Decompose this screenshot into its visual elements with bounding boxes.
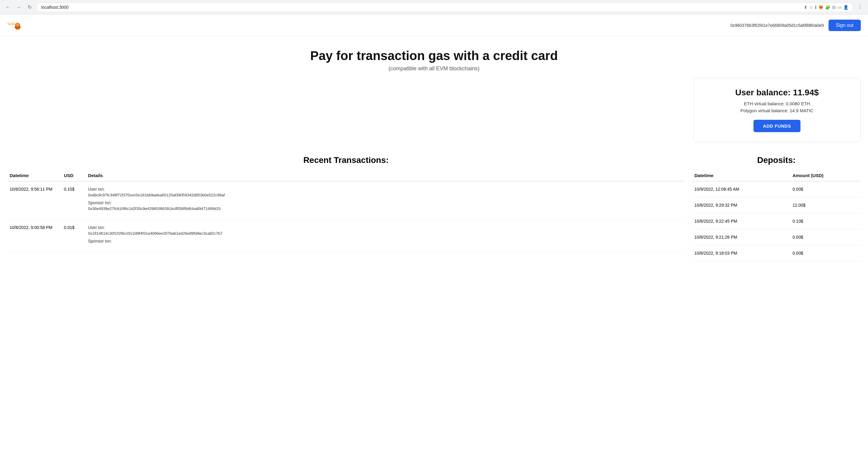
transactions-tbody: 10/8/2022, 9:56:11 PM 0.15$ User txn: 0x… xyxy=(7,181,685,252)
dep-datetime: 10/8/2022, 9:18:03 PM xyxy=(692,245,790,261)
reload-button[interactable]: ↻ xyxy=(25,3,34,11)
app-header: GoGas 0x960376b3f62f41e7e66809a05d1c5afd… xyxy=(0,14,868,36)
eth-balance: ETH virtual balance: 0.0080 ETH xyxy=(703,101,851,106)
deposits-section: Deposits: Datetime Amount (USD) 10/9/202… xyxy=(692,155,861,261)
puzzle-icon: 🧩 xyxy=(825,5,830,10)
hero-title: Pay for transaction gas with a credit ca… xyxy=(7,49,861,63)
avatar-icon: 👤 xyxy=(843,5,848,10)
table-row: 10/9/2022, 12:08:45 AM 0.00$ xyxy=(692,181,861,197)
deposits-table: Datetime Amount (USD) 10/9/2022, 12:08:4… xyxy=(692,170,861,261)
user-txn-hash: 0x1814614c30f1f1f9ccf2c2d9f4f31e4066ee20… xyxy=(88,231,682,236)
transactions-table: Datetime USD Details 10/8/2022, 9:56:11 … xyxy=(7,170,685,252)
table-row: 10/8/2022, 9:56:11 PM 0.15$ User txn: 0x… xyxy=(7,181,685,220)
sponsor-txn-hash: 0x36e4939e27fcb10f6c1d2f35c9e4298f1f6639… xyxy=(88,206,682,211)
dep-amount: 12.00$ xyxy=(790,197,861,213)
deposits-table-container: Datetime Amount (USD) 10/9/2022, 12:08:4… xyxy=(692,170,861,261)
transactions-section: Recent Transactions: Datetime USD Detail… xyxy=(7,155,685,261)
dep-datetime: 10/8/2022, 9:21:26 PM xyxy=(692,229,790,245)
sponsor-txn-label: Sponsor txn: xyxy=(88,239,682,243)
dep-amount: 0.00$ xyxy=(790,245,861,261)
balance-title: User balance: 11.94$ xyxy=(703,88,851,97)
txn-usd: 0.01$ xyxy=(61,220,86,252)
bottom-area: Recent Transactions: Datetime USD Detail… xyxy=(0,155,868,261)
user-txn-label: User txn: xyxy=(88,187,682,192)
deposits-title: Deposits: xyxy=(692,155,861,165)
window-icon: ▭ xyxy=(838,5,841,10)
browser-chrome: ← → ↻ localhost:3000 ⬆ ☆ ℹ 🦊 🧩 ⊟ ▭ 👤 ⋮ xyxy=(0,0,868,14)
dep-datetime: 10/8/2022, 9:22:45 PM xyxy=(692,213,790,229)
wallet-address: 0x960376b3f62f41e7e66809a05d1c5afdfd60a0… xyxy=(730,23,824,28)
forward-button[interactable]: → xyxy=(14,3,23,11)
url-text: localhost:3000 xyxy=(41,5,68,10)
deposits-tbody: 10/9/2022, 12:08:45 AM 0.00$ 10/8/2022, … xyxy=(692,181,861,261)
header-right: 0x960376b3f62f41e7e66809a05d1c5afdfd60a0… xyxy=(730,20,861,31)
svg-point-5 xyxy=(17,25,18,25)
add-funds-button[interactable]: ADD FUNDS xyxy=(753,120,801,132)
transactions-table-head: Datetime USD Details xyxy=(7,170,685,181)
logo-mascot: GoGas xyxy=(7,18,22,33)
logo-area: GoGas xyxy=(7,18,22,33)
balance-card: User balance: 11.94$ ETH virtual balance… xyxy=(693,78,861,142)
back-button[interactable]: ← xyxy=(4,3,12,11)
dep-datetime: 10/8/2022, 9:29:32 PM xyxy=(692,197,790,213)
table-row: 10/8/2022, 9:22:45 PM 0.10$ xyxy=(692,213,861,229)
col-datetime: Datetime xyxy=(7,170,61,181)
table-row: 10/8/2022, 9:29:32 PM 12.00$ xyxy=(692,197,861,213)
bookmark-icon: ☆ xyxy=(809,5,813,10)
address-bar[interactable]: localhost:3000 ⬆ ☆ ℹ 🦊 🧩 ⊟ ▭ 👤 xyxy=(36,2,854,12)
user-txn-label: User txn: xyxy=(88,225,682,230)
dep-col-datetime: Datetime xyxy=(692,170,790,181)
share-icon: ⬆ xyxy=(804,5,807,10)
dep-amount: 0.00$ xyxy=(790,181,861,197)
info-icon: ℹ xyxy=(815,5,816,10)
col-details: Details xyxy=(86,170,685,181)
txn-details: User txn: 0x1814614c30f1f1f9ccf2c2d9f4f3… xyxy=(86,220,685,252)
txn-datetime: 10/8/2022, 9:56:11 PM xyxy=(7,181,61,220)
dep-amount: 0.10$ xyxy=(790,213,861,229)
dep-datetime: 10/9/2022, 12:08:45 AM xyxy=(692,181,790,197)
transactions-title: Recent Transactions: xyxy=(7,155,685,165)
txn-usd: 0.15$ xyxy=(61,181,86,220)
table-row: 10/8/2022, 9:00:58 PM 0.01$ User txn: 0x… xyxy=(7,220,685,252)
extension-icon: 🦊 xyxy=(818,5,824,10)
txn-details: User txn: 0xdbc8c97fc348f72f370cec0e181b… xyxy=(86,181,685,220)
polygon-balance: Polygon virtual balance: 14.9 MATIC xyxy=(703,108,851,113)
menu-button[interactable]: ⋮ xyxy=(856,3,864,11)
txn-datetime: 10/8/2022, 9:00:58 PM xyxy=(7,220,61,252)
table-row: 10/8/2022, 9:18:03 PM 0.00$ xyxy=(692,245,861,261)
transactions-table-container: Datetime USD Details 10/8/2022, 9:56:11 … xyxy=(7,170,685,252)
right-panel: User balance: 11.94$ ETH virtual balance… xyxy=(686,78,861,149)
dep-amount: 0.00$ xyxy=(790,229,861,245)
sign-out-button[interactable]: Sign out xyxy=(829,20,861,31)
table-row: 10/8/2022, 9:21:26 PM 0.00$ xyxy=(692,229,861,245)
left-panel-top xyxy=(7,78,686,149)
svg-point-6 xyxy=(18,25,19,25)
svg-point-7 xyxy=(17,25,19,26)
two-col-layout: Recent Transactions: Datetime USD Detail… xyxy=(7,155,861,261)
main-content: User balance: 11.94$ ETH virtual balance… xyxy=(0,78,868,149)
deposits-table-head: Datetime Amount (USD) xyxy=(692,170,861,181)
sponsor-txn-label: Sponsor txn: xyxy=(88,200,682,205)
hero-subtitle: (compatible with all EVM blockchains) xyxy=(7,65,861,72)
col-usd: USD xyxy=(61,170,86,181)
hero-section: Pay for transaction gas with a credit ca… xyxy=(0,36,868,78)
user-txn-hash: 0xdbc8c97fc348f72f370cec0e181b69adea6512… xyxy=(88,193,682,197)
dep-col-amount: Amount (USD) xyxy=(790,170,861,181)
ext2-icon: ⊟ xyxy=(832,5,836,10)
